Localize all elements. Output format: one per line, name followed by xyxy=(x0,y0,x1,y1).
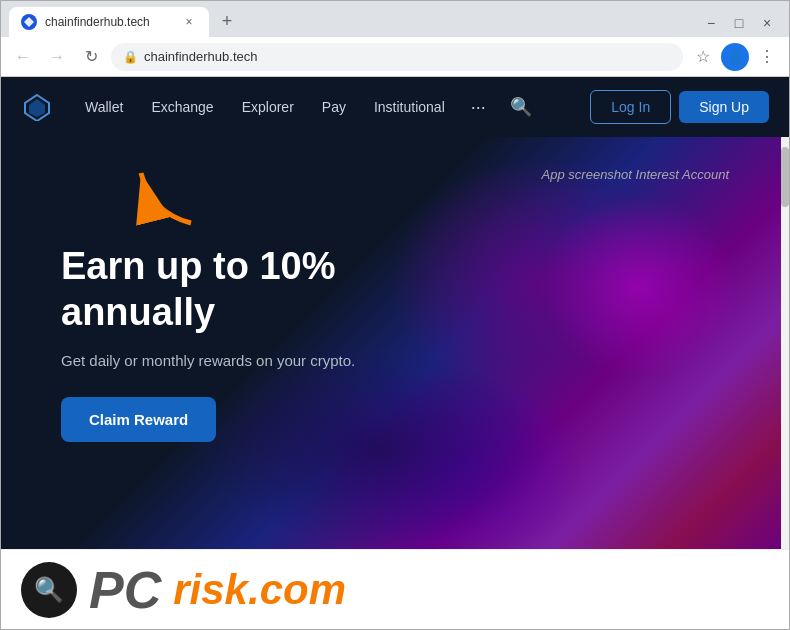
pcrisk-text-risk: risk.com xyxy=(173,569,346,611)
tab-title: chainfinderhub.tech xyxy=(45,15,173,29)
reload-button[interactable]: ↻ xyxy=(77,43,105,71)
watermark-bar: 🔍 PC risk.com xyxy=(1,549,789,629)
toolbar-icons: ☆ 👤 ⋮ xyxy=(689,43,781,71)
scrollbar[interactable] xyxy=(781,137,789,549)
pcrisk-text-pc: PC xyxy=(89,564,161,616)
active-tab[interactable]: chainfinderhub.tech × xyxy=(9,7,209,37)
nav-exchange[interactable]: Exchange xyxy=(139,91,225,123)
hero-subtitle: Get daily or monthly rewards on your cry… xyxy=(61,352,461,369)
search-icon[interactable]: 🔍 xyxy=(500,88,542,126)
signup-button[interactable]: Sign Up xyxy=(679,91,769,123)
bookmark-icon[interactable]: ☆ xyxy=(689,43,717,71)
page-content: Wallet Exchange Explorer Pay Institution… xyxy=(1,77,789,629)
address-bar-row: ← → ↻ 🔒 chainfinderhub.tech ☆ 👤 ⋮ xyxy=(1,37,789,77)
pcrisk-icon: 🔍 xyxy=(21,562,77,618)
nav-explorer[interactable]: Explorer xyxy=(230,91,306,123)
lock-icon: 🔒 xyxy=(123,50,138,64)
tab-favicon xyxy=(21,14,37,30)
hero-title: Earn up to 10% annually xyxy=(61,244,461,335)
menu-icon[interactable]: ⋮ xyxy=(753,43,781,71)
svg-marker-3 xyxy=(29,99,45,117)
site-logo xyxy=(21,91,53,123)
browser-window: chainfinderhub.tech × + − □ × ← → ↻ 🔒 ch… xyxy=(0,0,790,630)
address-bar[interactable]: 🔒 chainfinderhub.tech xyxy=(111,43,683,71)
back-button[interactable]: ← xyxy=(9,43,37,71)
site-nav: Wallet Exchange Explorer Pay Institution… xyxy=(1,77,789,137)
hero-screenshot-label: App screenshot Interest Account xyxy=(542,167,729,182)
nav-wallet[interactable]: Wallet xyxy=(73,91,135,123)
pcrisk-icon-symbol: 🔍 xyxy=(34,576,64,604)
pcrisk-logo: 🔍 PC risk.com xyxy=(21,562,346,618)
minimize-button[interactable]: − xyxy=(697,9,725,37)
claim-reward-button[interactable]: Claim Reward xyxy=(61,397,216,442)
scrollbar-thumb[interactable] xyxy=(781,147,789,207)
tab-close-button[interactable]: × xyxy=(181,14,197,30)
nav-institutional[interactable]: Institutional xyxy=(362,91,457,123)
bg-blob-2 xyxy=(539,197,739,377)
hero-content: Earn up to 10% annually Get daily or mon… xyxy=(61,244,461,441)
window-controls: − □ × xyxy=(697,9,781,37)
new-tab-button[interactable]: + xyxy=(213,7,241,35)
forward-button[interactable]: → xyxy=(43,43,71,71)
tab-bar: chainfinderhub.tech × + − □ × xyxy=(1,1,789,37)
svg-marker-0 xyxy=(24,17,34,27)
close-button[interactable]: × xyxy=(753,9,781,37)
address-text: chainfinderhub.tech xyxy=(144,49,671,64)
nav-links: Wallet Exchange Explorer Pay Institution… xyxy=(73,88,590,126)
hero-section: Earn up to 10% annually Get daily or mon… xyxy=(1,137,789,549)
maximize-button[interactable]: □ xyxy=(725,9,753,37)
user-avatar-button[interactable]: 👤 xyxy=(721,43,749,71)
nav-pay[interactable]: Pay xyxy=(310,91,358,123)
nav-more-icon[interactable]: ··· xyxy=(461,89,496,126)
nav-auth-buttons: Log In Sign Up xyxy=(590,90,769,124)
login-button[interactable]: Log In xyxy=(590,90,671,124)
